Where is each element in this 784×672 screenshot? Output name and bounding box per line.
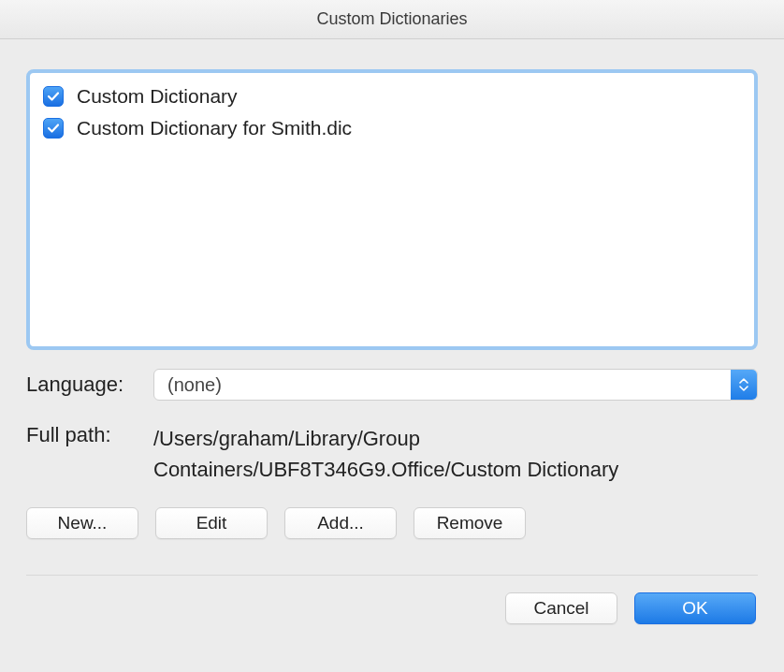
custom-dictionaries-dialog: Custom Dictionaries Custom Dictionary Cu… bbox=[0, 0, 784, 672]
action-button-row: New... Edit Add... Remove bbox=[26, 507, 758, 539]
list-item[interactable]: Custom Dictionary bbox=[39, 80, 745, 112]
dictionary-checkbox[interactable] bbox=[43, 118, 64, 139]
fullpath-label: Full path: bbox=[26, 423, 153, 485]
dictionary-item-label: Custom Dictionary bbox=[77, 85, 238, 108]
fullpath-row: Full path: /Users/graham/Library/Group C… bbox=[26, 423, 758, 485]
footer-separator bbox=[26, 575, 758, 576]
edit-button[interactable]: Edit bbox=[155, 507, 268, 539]
dialog-titlebar: Custom Dictionaries bbox=[0, 0, 784, 39]
remove-button[interactable]: Remove bbox=[414, 507, 526, 539]
dictionary-listbox[interactable]: Custom Dictionary Custom Dictionary for … bbox=[26, 69, 758, 350]
language-select[interactable]: (none) bbox=[153, 369, 758, 401]
dialog-title: Custom Dictionaries bbox=[316, 9, 467, 29]
language-selected-value: (none) bbox=[167, 374, 222, 396]
checkmark-icon bbox=[47, 90, 60, 103]
dictionary-item-label: Custom Dictionary for Smith.dic bbox=[77, 117, 352, 139]
fullpath-value: /Users/graham/Library/Group Containers/U… bbox=[153, 423, 758, 485]
new-button[interactable]: New... bbox=[26, 507, 138, 539]
language-label: Language: bbox=[26, 373, 153, 397]
dictionary-checkbox[interactable] bbox=[43, 86, 64, 107]
ok-button[interactable]: OK bbox=[634, 592, 756, 624]
list-item[interactable]: Custom Dictionary for Smith.dic bbox=[39, 112, 745, 144]
checkmark-icon bbox=[47, 122, 60, 135]
footer-button-row: Cancel OK bbox=[26, 592, 758, 624]
cancel-button[interactable]: Cancel bbox=[505, 592, 617, 624]
language-row: Language: (none) bbox=[26, 369, 758, 401]
add-button[interactable]: Add... bbox=[284, 507, 397, 539]
dialog-content: Custom Dictionary Custom Dictionary for … bbox=[0, 39, 784, 672]
language-select-wrap: (none) bbox=[153, 369, 758, 401]
